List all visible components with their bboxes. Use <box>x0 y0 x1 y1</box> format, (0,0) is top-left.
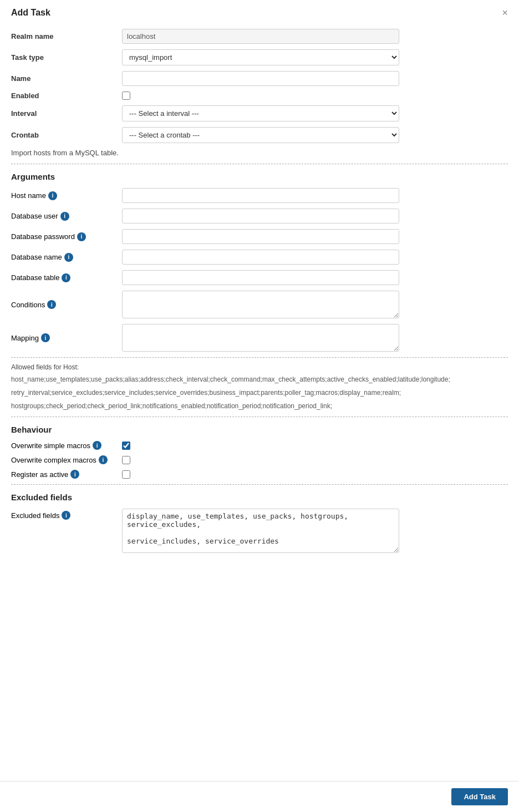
crontab-label: Crontab <box>11 131 122 139</box>
overwrite-simple-macros-row: Overwrite simple macros i <box>11 441 508 450</box>
database-name-input[interactable] <box>122 250 399 265</box>
interval-select[interactable]: --- Select a interval --- <box>122 105 399 121</box>
conditions-label-wrapper: Conditions i <box>11 300 122 309</box>
database-user-row: Database user i <box>11 209 508 224</box>
host-name-info-icon[interactable]: i <box>48 191 57 200</box>
host-name-row: Host name i <box>11 188 508 203</box>
database-table-label: Database table <box>11 273 59 282</box>
modal-body: Realm name localhost Task type mysql_imp… <box>0 23 519 781</box>
enabled-checkbox[interactable] <box>122 92 130 100</box>
name-label: Name <box>11 74 122 83</box>
behaviour-section-title: Behaviour <box>11 425 508 434</box>
host-name-label-wrapper: Host name i <box>11 191 122 200</box>
host-name-label: Host name <box>11 191 46 200</box>
arguments-section-title: Arguments <box>11 172 508 181</box>
overwrite-complex-macros-checkbox[interactable] <box>122 456 130 464</box>
register-as-active-checkbox[interactable] <box>122 470 130 479</box>
database-password-label: Database password <box>11 232 75 241</box>
database-password-input[interactable] <box>122 229 399 244</box>
database-name-label-wrapper: Database name i <box>11 253 122 262</box>
register-as-active-row: Register as active i <box>11 470 508 479</box>
divider-4 <box>11 484 508 485</box>
database-user-input[interactable] <box>122 209 399 224</box>
register-as-active-info-icon[interactable]: i <box>70 470 79 479</box>
name-row: Name <box>11 71 508 86</box>
allowed-fields-line2: retry_interval;service_excludes;service_… <box>11 388 508 398</box>
database-name-row: Database name i <box>11 250 508 265</box>
mapping-info-icon[interactable]: i <box>41 333 50 342</box>
crontab-row: Crontab --- Select a crontab --- <box>11 127 508 143</box>
excluded-fields-info-icon[interactable]: i <box>62 511 70 520</box>
database-table-info-icon[interactable]: i <box>62 273 70 282</box>
overwrite-simple-macros-label: Overwrite simple macros <box>11 441 90 450</box>
database-table-input[interactable] <box>122 270 399 285</box>
divider-1 <box>11 164 508 164</box>
overwrite-simple-macros-label-wrapper: Overwrite simple macros i <box>11 441 122 450</box>
database-user-info-icon[interactable]: i <box>60 212 69 221</box>
interval-label: Interval <box>11 109 122 118</box>
enabled-label: Enabled <box>11 92 122 100</box>
interval-row: Interval --- Select a interval --- <box>11 105 508 121</box>
modal-footer: Add Task <box>0 781 519 812</box>
register-as-active-label-wrapper: Register as active i <box>11 470 122 479</box>
task-type-label: Task type <box>11 53 122 62</box>
database-name-label: Database name <box>11 253 62 261</box>
database-password-info-icon[interactable]: i <box>77 232 86 241</box>
database-table-label-wrapper: Database table i <box>11 273 122 282</box>
database-password-row: Database password i <box>11 229 508 244</box>
realm-name-row: Realm name localhost <box>11 29 508 44</box>
conditions-textarea[interactable] <box>122 291 399 318</box>
realm-name-value: localhost <box>122 29 399 44</box>
divider-3 <box>11 417 508 417</box>
allowed-fields-line3: hostgroups;check_period;check_period_lin… <box>11 401 508 411</box>
overwrite-simple-macros-info-icon[interactable]: i <box>93 441 101 450</box>
modal-title: Add Task <box>11 8 50 18</box>
overwrite-simple-macros-checkbox[interactable] <box>122 441 130 450</box>
database-table-row: Database table i <box>11 270 508 285</box>
overwrite-complex-macros-label: Overwrite complex macros <box>11 456 96 464</box>
mapping-row: Mapping i <box>11 324 508 352</box>
conditions-label: Conditions <box>11 301 45 309</box>
overwrite-complex-macros-row: Overwrite complex macros i <box>11 455 508 464</box>
host-name-input[interactable] <box>122 188 399 203</box>
info-text: Import hosts from a MySQL table. <box>11 149 508 157</box>
modal-header: Add Task × <box>0 0 519 23</box>
overwrite-complex-macros-info-icon[interactable]: i <box>99 455 108 464</box>
divider-2 <box>11 357 508 358</box>
allowed-fields-label: Allowed fields for Host: <box>11 363 508 371</box>
register-as-active-label: Register as active <box>11 470 68 479</box>
conditions-row: Conditions i <box>11 291 508 318</box>
name-input[interactable] <box>122 71 399 86</box>
task-type-select[interactable]: mysql_import <box>122 49 399 65</box>
database-user-label-wrapper: Database user i <box>11 212 122 221</box>
database-user-label: Database user <box>11 212 58 220</box>
crontab-select[interactable]: --- Select a crontab --- <box>122 127 399 143</box>
task-type-row: Task type mysql_import <box>11 49 508 65</box>
mapping-label-wrapper: Mapping i <box>11 333 122 342</box>
database-name-info-icon[interactable]: i <box>64 253 73 262</box>
allowed-fields-line1: host_name;use_templates;use_packs;alias;… <box>11 374 508 384</box>
excluded-fields-row: Excluded fields i display_name, use_temp… <box>11 509 508 553</box>
enabled-row: Enabled <box>11 92 508 100</box>
overwrite-complex-macros-label-wrapper: Overwrite complex macros i <box>11 455 122 464</box>
close-button[interactable]: × <box>502 8 508 18</box>
mapping-label: Mapping <box>11 334 39 342</box>
excluded-fields-label: Excluded fields <box>11 511 59 520</box>
excluded-fields-textarea[interactable]: display_name, use_templates, use_packs, … <box>122 509 399 553</box>
excluded-fields-section-title: Excluded fields <box>11 493 508 502</box>
conditions-info-icon[interactable]: i <box>47 300 56 309</box>
add-task-button[interactable]: Add Task <box>451 788 508 805</box>
database-password-label-wrapper: Database password i <box>11 232 122 241</box>
realm-name-label: Realm name <box>11 32 122 40</box>
mapping-textarea[interactable] <box>122 324 399 352</box>
excluded-fields-label-wrapper: Excluded fields i <box>11 509 122 520</box>
